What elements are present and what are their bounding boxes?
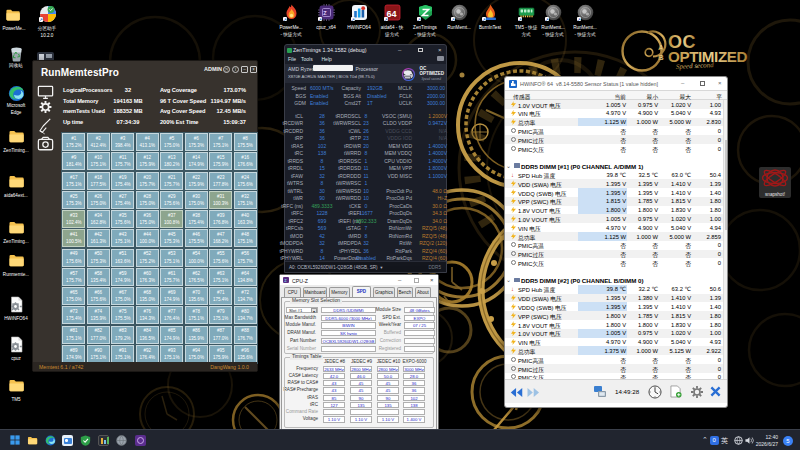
svg-text:A: A xyxy=(658,43,664,52)
svg-text:Speed second: Speed second xyxy=(676,61,715,71)
svg-text:B: B xyxy=(658,53,664,62)
svg-text:64: 64 xyxy=(387,9,397,19)
